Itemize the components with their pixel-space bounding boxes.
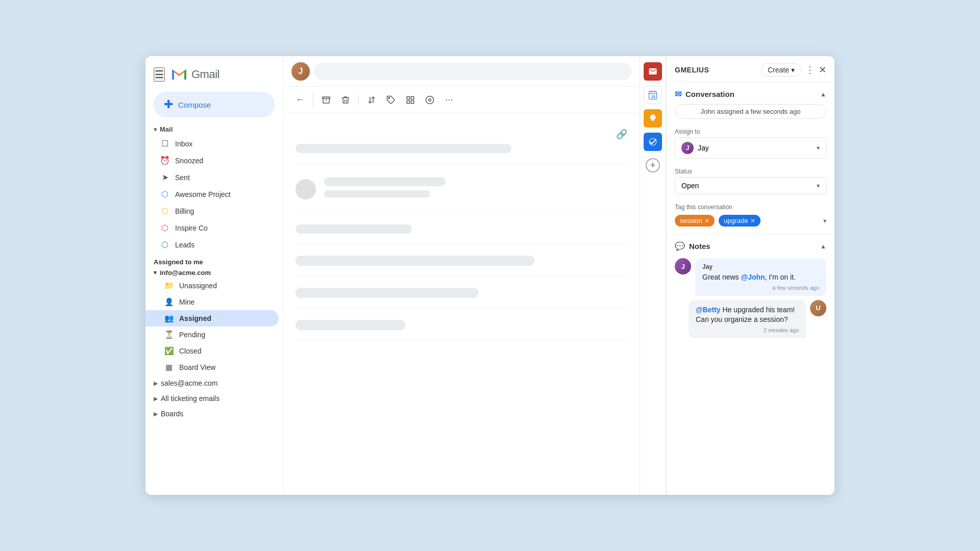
sidebar-sub-item-board-view[interactable]: ▦ Board View <box>145 359 279 375</box>
sidebar-item-label-snoozed: Snoozed <box>175 157 203 165</box>
mine-icon: 👤 <box>164 297 174 307</box>
sidebar-item-leads[interactable]: ⬡ Leads <box>145 236 279 253</box>
sent-icon: ➤ <box>160 172 170 182</box>
closed-icon: ✅ <box>164 346 174 356</box>
tags-chevron-icon[interactable]: ▾ <box>823 217 826 224</box>
sidebar-header: ☰ Gmail <box>145 61 283 90</box>
top-bar: J <box>283 56 640 87</box>
note-item-1: J Jay Great news @John, I'm on it. a few… <box>675 258 826 296</box>
sender-avatar-2 <box>296 179 316 199</box>
tag-upgrade-remove-button[interactable]: ✕ <box>750 217 755 224</box>
assigned-badge-text: John assigned a few seconds ago <box>701 108 801 115</box>
grid-button[interactable] <box>402 92 419 108</box>
create-label: Create <box>768 66 789 74</box>
panel-close-button[interactable]: ✕ <box>819 64 826 76</box>
boards-label: Boards <box>161 410 183 418</box>
sidebar-item-inspire-co[interactable]: ⬡ Inspire Co <box>145 219 279 236</box>
sidebar-sub-item-closed[interactable]: ✅ Closed <box>145 343 279 359</box>
sidebar-item-label-billing: Billing <box>175 207 194 215</box>
assigned-badge: John assigned a few seconds ago <box>675 104 826 119</box>
sidebar-sub-item-pending[interactable]: ⏳ Pending <box>145 327 279 343</box>
svg-point-7 <box>426 96 434 104</box>
gmelius-icon-check[interactable] <box>644 133 662 151</box>
email-subject-bar-6 <box>296 320 405 330</box>
assigned-to-me-label: Assigned to me <box>154 258 203 266</box>
hamburger-button[interactable]: ☰ <box>154 67 165 82</box>
boards-section[interactable]: ▶ Boards <box>145 406 283 421</box>
sidebar-item-snoozed[interactable]: ⏰ Snoozed <box>145 152 279 169</box>
gmelius-icon-lightbulb[interactable] <box>644 109 662 128</box>
sidebar-sub-item-mine[interactable]: 👤 Mine <box>145 294 279 310</box>
email-subject-bar-1 <box>296 144 511 153</box>
email-item-4[interactable] <box>296 244 627 277</box>
assign-to-name: Jay <box>698 144 709 152</box>
email-item-1[interactable]: 🔗 <box>296 121 627 164</box>
tags-label: Tag this conversation <box>675 204 826 211</box>
main-content: J ← <box>283 56 640 495</box>
notes-title: 💬 Notes <box>675 241 710 251</box>
sales-email-section[interactable]: ▶ sales@acme.com <box>145 375 283 391</box>
inspire-co-icon: ⬡ <box>160 223 170 233</box>
mail-section[interactable]: ▾ Mail <box>145 123 283 135</box>
status-field: Status Open ▾ <box>667 165 835 201</box>
sidebar-sub-item-label-unassigned: Unassigned <box>179 282 217 290</box>
user-avatar[interactable]: J <box>291 62 310 81</box>
tag-session[interactable]: session ✕ <box>675 215 715 227</box>
assign-to-select[interactable]: J Jay ▾ <box>675 137 826 159</box>
tag-upgrade-label: upgrade <box>724 217 748 224</box>
status-select[interactable]: Open ▾ <box>675 177 826 194</box>
search-input[interactable] <box>314 63 631 80</box>
sidebar-item-label-inspire-co: Inspire Co <box>175 224 208 232</box>
back-button[interactable]: ← <box>291 91 309 108</box>
sidebar-item-inbox[interactable]: ☐ Inbox <box>145 135 279 152</box>
gmelius-icon-calendar[interactable]: 31 <box>644 86 662 104</box>
create-chevron-icon: ▾ <box>791 66 795 74</box>
label-button[interactable] <box>382 92 400 108</box>
delete-button[interactable] <box>337 92 354 108</box>
panel-menu-button[interactable]: ⋮ <box>805 64 815 76</box>
conversation-chevron-icon[interactable]: ▲ <box>820 91 826 98</box>
gmelius-add-button[interactable]: + <box>646 158 660 172</box>
notes-chevron-icon[interactable]: ▲ <box>820 243 826 250</box>
conversation-section-header: ✉ Conversation ▲ <box>667 82 835 104</box>
sidebar-sub-item-label-assigned: Assigned <box>179 314 211 322</box>
all-ticketing-section[interactable]: ▶ All ticketing emails <box>145 391 283 406</box>
compose-button[interactable]: ✚ Compose <box>154 92 275 117</box>
billing-icon: ⬡ <box>160 206 170 216</box>
gmelius-actions: Create ▾ ⋮ ✕ <box>761 63 826 77</box>
mail-chevron-icon: ▾ <box>154 126 157 133</box>
email-item-6[interactable] <box>296 309 627 341</box>
sidebar-item-label-leads: Leads <box>175 241 194 249</box>
email-header-bar-2b <box>324 190 430 197</box>
sidebar: ☰ Gmail ✚ Compose ▾ M <box>145 56 283 495</box>
info-email-chevron-icon: ▾ <box>154 269 157 276</box>
move-button[interactable] <box>363 92 380 108</box>
email-item-5[interactable] <box>296 277 627 309</box>
board-view-icon: ▦ <box>164 363 174 372</box>
info-email-section[interactable]: ▾ info@acme.com <box>145 267 283 278</box>
create-button[interactable]: Create ▾ <box>761 63 801 77</box>
more-button[interactable] <box>440 92 458 108</box>
sidebar-sub-item-assigned[interactable]: 👥 Assigned <box>145 310 279 327</box>
email-item-2[interactable] <box>296 164 627 213</box>
archive-button[interactable] <box>317 92 335 108</box>
info-email-label: info@acme.com <box>160 269 211 277</box>
mail-section-label: Mail <box>160 126 173 133</box>
tag-session-remove-button[interactable]: ✕ <box>704 217 709 224</box>
sidebar-item-billing[interactable]: ⬡ Billing <box>145 203 279 219</box>
note-mention-betty: @Betty <box>696 306 721 314</box>
circle-button[interactable] <box>421 92 438 108</box>
tag-upgrade[interactable]: upgrade ✕ <box>719 215 761 227</box>
pending-icon: ⏳ <box>164 330 174 339</box>
conversation-title: ✉ Conversation <box>675 89 734 99</box>
sidebar-item-sent[interactable]: ➤ Sent <box>145 169 279 186</box>
svg-point-11 <box>451 99 452 100</box>
svg-point-9 <box>446 99 447 100</box>
note-author-avatar-2: U <box>810 300 826 316</box>
gmelius-icon-mail[interactable] <box>644 62 662 81</box>
link-icon: 🔗 <box>616 129 627 140</box>
assigned-to-me-section: Assigned to me <box>145 255 283 267</box>
sidebar-item-awesome-project[interactable]: ⬡ Awesome Project <box>145 186 279 203</box>
email-item-3[interactable] <box>296 213 627 244</box>
sidebar-sub-item-unassigned[interactable]: 📁 Unassigned <box>145 278 279 294</box>
